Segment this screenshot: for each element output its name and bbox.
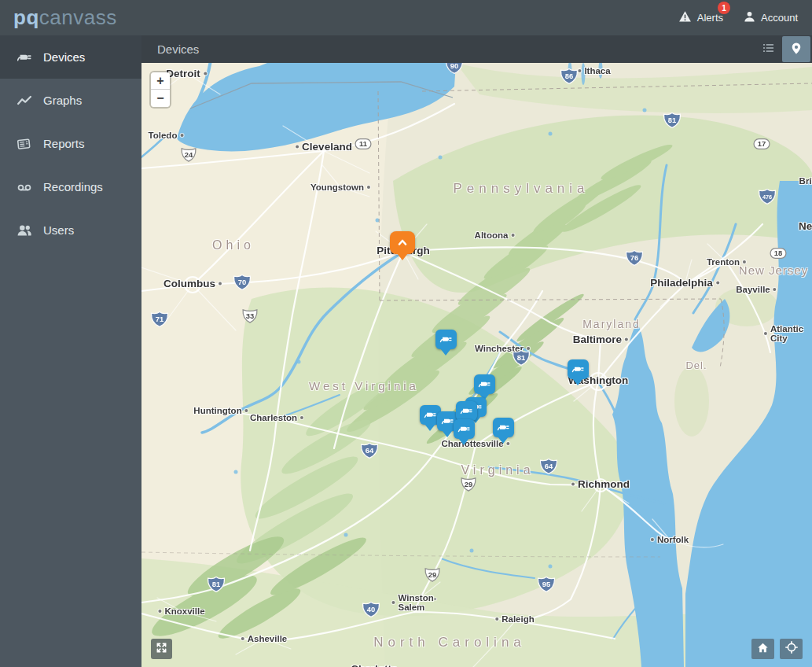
person-icon — [744, 10, 755, 25]
device-marker-6[interactable] — [456, 401, 477, 421]
crosshair-icon — [785, 641, 798, 657]
plug-icon — [571, 363, 585, 375]
home-icon — [757, 642, 769, 657]
sidebar-item-label: Users — [43, 223, 74, 237]
device-marker-8[interactable] — [493, 418, 514, 437]
device-marker-1[interactable] — [435, 330, 457, 349]
warning-triangle-icon — [678, 10, 692, 25]
expand-icon — [156, 642, 167, 657]
map-bottom-controls — [751, 639, 803, 659]
sidebar-item-label: Devices — [43, 50, 85, 64]
map-markers-layer — [141, 63, 812, 667]
fullscreen-button[interactable] — [151, 639, 172, 659]
sidebar-item-label: Graphs — [43, 94, 82, 107]
app-header: pqcanvass Alerts 1 Account — [0, 0, 812, 35]
plug-icon — [439, 334, 453, 345]
device-marker-9[interactable] — [568, 359, 589, 379]
sidebar-item-graphs[interactable]: Graphs — [0, 79, 141, 122]
plug-icon — [457, 423, 471, 435]
alerts-button[interactable]: Alerts 1 — [678, 10, 723, 25]
users-icon — [17, 223, 31, 238]
list-icon — [762, 42, 775, 57]
alerts-label: Alerts — [697, 12, 723, 24]
device-marker-2[interactable] — [474, 374, 495, 394]
plug-icon — [478, 378, 491, 390]
pqcanvass-logo: pqcanvass — [0, 6, 117, 30]
logo-light: canvass — [39, 6, 117, 29]
device-marker-7[interactable] — [454, 419, 475, 439]
list-view-button[interactable] — [754, 36, 782, 62]
sidebar-item-reports[interactable]: Reports — [0, 122, 141, 165]
page-title: Devices — [157, 42, 199, 56]
view-toggle — [754, 36, 810, 62]
newspaper-icon — [17, 137, 31, 151]
sidebar: Devices Graphs Reports Recordings Users — [0, 35, 141, 667]
alerts-count-badge: 1 — [718, 2, 730, 14]
main-panel: Devices — [141, 35, 812, 667]
zoom-out-button[interactable]: − — [151, 90, 170, 107]
sidebar-item-recordings[interactable]: Recordings — [0, 165, 141, 208]
plug-icon — [460, 405, 473, 417]
plug-icon — [424, 409, 437, 421]
map-canvas[interactable]: PennsylvaniaOhioWest VirginiaVirginiaMar… — [141, 63, 812, 667]
plug-icon — [17, 50, 31, 64]
pqcanvass-app: pqcanvass Alerts 1 Account Devi — [0, 0, 812, 667]
map-marker-icon — [790, 42, 803, 57]
locate-button[interactable] — [780, 639, 803, 659]
map-view-button[interactable] — [782, 36, 810, 62]
sidebar-item-label: Recordings — [43, 180, 103, 193]
device-cluster-marker-0[interactable] — [390, 231, 415, 254]
sidebar-item-users[interactable]: Users — [0, 208, 141, 252]
plug-icon — [497, 422, 510, 433]
line-chart-icon — [17, 94, 31, 108]
sidebar-item-label: Reports — [43, 137, 85, 150]
voicemail-icon — [17, 180, 31, 194]
home-button[interactable] — [751, 639, 774, 659]
account-label: Account — [761, 12, 798, 24]
zoom-in-button[interactable]: + — [151, 72, 170, 90]
chevron-up-icon — [396, 237, 409, 248]
header-actions: Alerts 1 Account — [678, 10, 812, 25]
sidebar-item-devices[interactable]: Devices — [0, 35, 141, 79]
account-button[interactable]: Account — [744, 10, 798, 25]
plug-icon — [441, 415, 454, 427]
logo-bold: pq — [13, 6, 39, 29]
zoom-control: + − — [151, 72, 170, 107]
devices-toolbar: Devices — [141, 35, 812, 63]
